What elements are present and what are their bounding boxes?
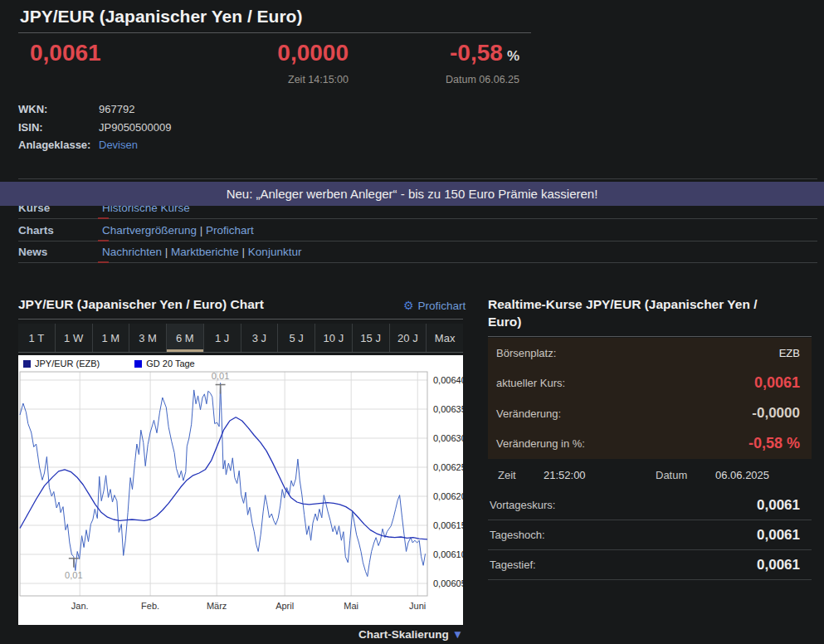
svg-text:0,00630: 0,00630	[433, 433, 463, 443]
realtime-row: Börsenplatz:EZB	[496, 338, 800, 368]
nav-row-label: News	[18, 246, 47, 258]
range-tab-1j[interactable]: 1 J	[204, 324, 241, 352]
promo-banner[interactable]: Neu: „Anleger werben Anleger“ - bis zu 1…	[0, 182, 824, 206]
nav-red-tick	[98, 217, 109, 219]
stat-row-label: Tageshoch:	[490, 529, 545, 541]
svg-text:0,00640: 0,00640	[433, 375, 463, 385]
instrument-info: WKN:967792ISIN:JP9050500009Anlageklasse:…	[18, 100, 433, 154]
svg-text:Mai: Mai	[344, 601, 358, 611]
realtime-highlight-block: Börsenplatz:EZBaktueller Kurs:0,0061Verä…	[488, 338, 812, 459]
chart-scaling-toggle[interactable]: Chart-Skalierung ▼	[18, 628, 463, 641]
nav-link[interactable]: Nachrichten	[102, 246, 162, 258]
quote-price-block: 0,0061	[30, 40, 101, 66]
nav-row-divider	[18, 241, 817, 242]
range-tab-6m[interactable]: 6 M	[167, 324, 204, 352]
svg-text:0,00615: 0,00615	[433, 520, 463, 530]
range-tab-10j[interactable]: 10 J	[315, 324, 353, 352]
gear-icon: ⚙	[403, 299, 414, 312]
realtime-row-value: 0,0061	[754, 374, 800, 392]
info-label: WKN:	[18, 103, 99, 115]
chart-plot: 0,006400,006350,006300,006250,006200,006…	[18, 355, 463, 625]
nav-link[interactable]: Marktberichte	[171, 246, 239, 258]
stat-row-label: Tagestief:	[490, 559, 536, 571]
realtime-row: Veränderung in %:-0,58 %	[496, 429, 800, 460]
quote-date: Datum 06.06.25	[370, 74, 519, 85]
stat-row-value: 0,0061	[757, 497, 800, 514]
datum-label: Datum	[656, 469, 687, 481]
stat-row: Vortageskurs:0,0061	[488, 490, 812, 520]
realtime-row-label: Veränderung:	[496, 407, 561, 420]
range-tab-15j[interactable]: 15 J	[353, 324, 390, 352]
svg-text:0,00625: 0,00625	[433, 462, 463, 472]
stat-row-value: 0,0061	[757, 527, 800, 544]
pipe-separator: |	[239, 246, 248, 258]
quote-change-pct: -0,58	[450, 40, 503, 66]
range-tab-20j[interactable]: 20 J	[390, 324, 427, 352]
svg-text:0,00610: 0,00610	[433, 549, 463, 559]
range-tab-max[interactable]: Max	[427, 324, 463, 352]
zeit-label: Zeit	[498, 469, 516, 481]
svg-text:Juni: Juni	[409, 601, 426, 611]
nav-row-label: Charts	[18, 224, 54, 237]
nav-row-divider	[18, 262, 817, 263]
chart-range-tabs: 1 T1 W1 M3 M6 M1 J3 J5 J10 J15 J20 JMax	[18, 324, 463, 353]
chart-legend: JPY/EUR (EZB)GD 20 Tage	[23, 359, 195, 368]
range-tab-5j[interactable]: 5 J	[278, 324, 315, 352]
svg-text:April: April	[275, 601, 294, 611]
nav-link[interactable]: Konjunktur	[248, 246, 302, 258]
info-label: Anlageklasse:	[18, 139, 99, 151]
info-label: ISIN:	[18, 121, 99, 134]
quote-change-abs: 0,0000	[199, 40, 349, 66]
nav-red-tick	[98, 240, 109, 242]
range-tab-1t[interactable]: 1 T	[18, 324, 56, 352]
page-title: JPY/EUR (Japanischer Yen / Euro)	[20, 7, 302, 27]
realtime-row-value: EZB	[779, 347, 800, 359]
title-divider	[18, 32, 531, 33]
info-value-link[interactable]: Devisen	[99, 139, 138, 151]
legend-label: JPY/EUR (EZB)	[35, 359, 100, 368]
info-row: Anlageklasse:Devisen	[18, 136, 433, 154]
realtime-row-value: -0,58 %	[748, 435, 800, 452]
realtime-panel-divider	[488, 336, 812, 337]
stat-row: Tagestief:0,0061	[488, 550, 812, 580]
quote-price: 0,0061	[30, 40, 101, 66]
nav-row-news: NewsNachrichten | Marktberichte | Konjun…	[18, 246, 817, 262]
svg-text:0,01: 0,01	[65, 570, 82, 580]
legend-swatch-icon	[134, 360, 142, 368]
page: JPY/EUR (Japanischer Yen / Euro) 0,0061 …	[0, 0, 824, 644]
profichart-label: Profichart	[418, 300, 466, 312]
quote-time: Zeit 14:15:00	[199, 74, 349, 85]
range-tab-3m[interactable]: 3 M	[129, 324, 167, 352]
realtime-row-label: aktueller Kurs:	[496, 377, 565, 389]
svg-text:0,00620: 0,00620	[433, 491, 463, 501]
profichart-link[interactable]: ⚙ Profichart	[403, 299, 466, 312]
range-tab-3j[interactable]: 3 J	[241, 324, 279, 352]
legend-item: JPY/EUR (EZB)	[23, 359, 100, 368]
svg-text:0,00635: 0,00635	[433, 404, 463, 414]
stat-row: Tageshoch:0,0061	[488, 520, 812, 550]
info-row: ISIN:JP9050500009	[18, 119, 433, 137]
info-value: 967792	[99, 103, 134, 115]
realtime-row-value: -0,0000	[752, 405, 800, 422]
realtime-row: Veränderung:-0,0000	[496, 398, 800, 429]
nav-row-divider	[18, 218, 817, 219]
pipe-separator: |	[162, 246, 171, 258]
range-tab-1m[interactable]: 1 M	[93, 324, 130, 352]
nav-link[interactable]: Chartvergrößerung	[102, 224, 197, 237]
realtime-row: aktueller Kurs:0,0061	[496, 368, 800, 399]
svg-text:Jan.: Jan.	[71, 601, 89, 611]
info-row: WKN:967792	[18, 100, 433, 119]
price-chart[interactable]: JPY/EUR (EZB)GD 20 Tage 0,006400,006350,…	[18, 355, 463, 625]
quote-change-block: 0,0000 Zeit 14:15:00	[199, 40, 349, 85]
nav-link[interactable]: Profichart	[206, 224, 254, 237]
svg-text:0,00605: 0,00605	[433, 578, 463, 588]
nav-row-links: Chartvergrößerung | Profichart	[102, 224, 254, 237]
nav-red-tick	[98, 261, 109, 263]
range-tab-1w[interactable]: 1 W	[56, 324, 93, 352]
zeit-value: 21:52:00	[544, 469, 586, 481]
stat-row-value: 0,0061	[757, 557, 800, 573]
legend-swatch-icon	[23, 360, 31, 368]
promo-banner-text: Neu: „Anleger werben Anleger“ - bis zu 1…	[227, 187, 598, 201]
realtime-time-row: Zeit 21:52:00 Datum 06.06.2025	[488, 459, 812, 490]
quote-pct-block: -0,58% Datum 06.06.25	[370, 40, 519, 85]
